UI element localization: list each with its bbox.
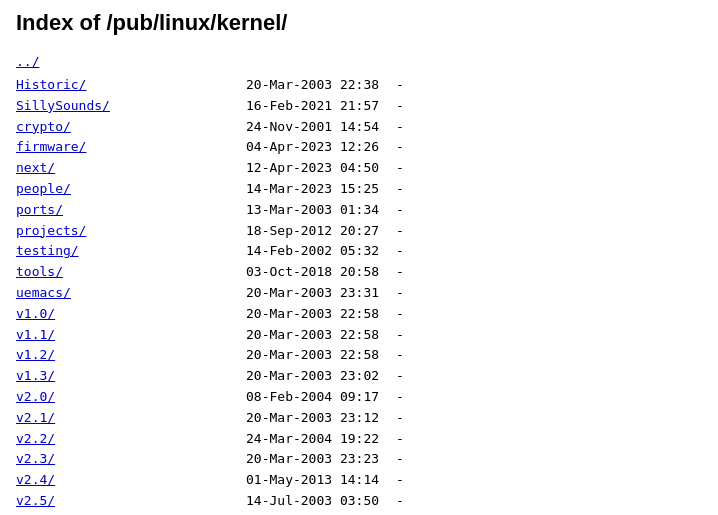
list-item: ports/13-Mar-2003 01:34 - xyxy=(16,200,702,221)
entry-link[interactable]: tools/ xyxy=(16,262,216,283)
entry-size: - xyxy=(396,408,436,429)
entry-link[interactable]: next/ xyxy=(16,158,216,179)
parent-link[interactable]: ../ xyxy=(16,54,39,69)
entry-date: 20-Mar-2003 23:23 xyxy=(236,449,396,470)
entry-date: 18-Sep-2012 20:27 xyxy=(236,221,396,242)
entry-date: 12-Apr-2023 04:50 xyxy=(236,158,396,179)
entry-link[interactable]: testing/ xyxy=(16,241,216,262)
entry-link[interactable]: projects/ xyxy=(16,221,216,242)
entry-date: 03-Oct-2018 20:58 xyxy=(236,262,396,283)
entry-size: - xyxy=(396,179,436,200)
entry-name-col: Historic/ xyxy=(16,75,236,96)
entry-name-col: tools/ xyxy=(16,262,236,283)
entry-name-col: v2.2/ xyxy=(16,429,236,450)
entry-date: 13-Mar-2003 01:34 xyxy=(236,200,396,221)
list-item: projects/18-Sep-2012 20:27 - xyxy=(16,221,702,242)
entry-name-col: crypto/ xyxy=(16,117,236,138)
entry-link[interactable]: v2.1/ xyxy=(16,408,216,429)
entry-link[interactable]: v1.0/ xyxy=(16,304,216,325)
entry-size: - xyxy=(396,96,436,117)
list-item: v1.3/20-Mar-2003 23:02 - xyxy=(16,366,702,387)
entry-date: 20-Mar-2003 22:58 xyxy=(236,325,396,346)
entry-date: 20-Mar-2003 22:58 xyxy=(236,345,396,366)
entries-container: Historic/20-Mar-2003 22:38 -SillySounds/… xyxy=(16,75,702,515)
entry-size: - xyxy=(396,75,436,96)
list-item: crypto/24-Nov-2001 14:54 - xyxy=(16,117,702,138)
list-item: v2.3/20-Mar-2003 23:23 - xyxy=(16,449,702,470)
entry-link[interactable]: v2.5/ xyxy=(16,491,216,512)
entry-name-col: projects/ xyxy=(16,221,236,242)
entry-name-col: SillySounds/ xyxy=(16,96,236,117)
entry-date: 20-Mar-2003 23:12 xyxy=(236,408,396,429)
list-item: v2.5/14-Jul-2003 03:50 - xyxy=(16,491,702,512)
entry-name-col: v1.1/ xyxy=(16,325,236,346)
entry-date: 24-Nov-2001 14:54 xyxy=(236,117,396,138)
entry-link[interactable]: firmware/ xyxy=(16,137,216,158)
list-item: Historic/20-Mar-2003 22:38 - xyxy=(16,75,702,96)
entry-link[interactable]: Historic/ xyxy=(16,75,216,96)
entry-size: - xyxy=(396,221,436,242)
entry-date: 20-Mar-2003 22:58 xyxy=(236,304,396,325)
list-item: v1.0/20-Mar-2003 22:58 - xyxy=(16,304,702,325)
entry-size: - xyxy=(396,117,436,138)
entry-name-col: ports/ xyxy=(16,200,236,221)
entry-size: - xyxy=(396,262,436,283)
entry-size: - xyxy=(396,366,436,387)
entry-size: - xyxy=(396,304,436,325)
list-item: v2.0/08-Feb-2004 09:17 - xyxy=(16,387,702,408)
list-item: v2.2/24-Mar-2004 19:22 - xyxy=(16,429,702,450)
list-item: uemacs/20-Mar-2003 23:31 - xyxy=(16,283,702,304)
list-item: SillySounds/16-Feb-2021 21:57 - xyxy=(16,96,702,117)
entry-size: - xyxy=(396,470,436,491)
entry-size: - xyxy=(396,491,436,512)
entry-size: - xyxy=(396,429,436,450)
entry-date: 08-Feb-2004 09:17 xyxy=(236,387,396,408)
entry-date: 16-Feb-2021 21:57 xyxy=(236,96,396,117)
page-title: Index of /pub/linux/kernel/ xyxy=(16,10,702,36)
entry-link[interactable]: v2.4/ xyxy=(16,470,216,491)
list-item: people/14-Mar-2023 15:25 - xyxy=(16,179,702,200)
list-item: next/12-Apr-2023 04:50 - xyxy=(16,158,702,179)
list-item: firmware/04-Apr-2023 12:26 - xyxy=(16,137,702,158)
parent-link-row[interactable]: ../ xyxy=(16,54,702,69)
entry-name-col: uemacs/ xyxy=(16,283,236,304)
entry-date: 20-Mar-2003 22:38 xyxy=(236,75,396,96)
entry-link[interactable]: uemacs/ xyxy=(16,283,216,304)
entry-size: - xyxy=(396,200,436,221)
list-item: v2.4/01-May-2013 14:14 - xyxy=(16,470,702,491)
entry-date: 24-Mar-2004 19:22 xyxy=(236,429,396,450)
entry-link[interactable]: v2.2/ xyxy=(16,429,216,450)
entry-link[interactable]: ports/ xyxy=(16,200,216,221)
entry-date: 14-Mar-2023 15:25 xyxy=(236,179,396,200)
entry-name-col: v2.1/ xyxy=(16,408,236,429)
entry-name-col: v1.0/ xyxy=(16,304,236,325)
entry-name-col: people/ xyxy=(16,179,236,200)
entry-name-col: next/ xyxy=(16,158,236,179)
entry-link[interactable]: crypto/ xyxy=(16,117,216,138)
entry-link[interactable]: v1.3/ xyxy=(16,366,216,387)
entry-name-col: firmware/ xyxy=(16,137,236,158)
entry-size: - xyxy=(396,137,436,158)
entry-link[interactable]: v2.3/ xyxy=(16,449,216,470)
entry-link[interactable]: v2.0/ xyxy=(16,387,216,408)
entry-name-col: v2.5/ xyxy=(16,491,236,512)
entry-date: 04-Apr-2023 12:26 xyxy=(236,137,396,158)
entry-date: 01-May-2013 14:14 xyxy=(236,470,396,491)
entry-link[interactable]: v1.1/ xyxy=(16,325,216,346)
entry-name-col: testing/ xyxy=(16,241,236,262)
entry-size: - xyxy=(396,283,436,304)
entry-date: 20-Mar-2003 23:31 xyxy=(236,283,396,304)
list-item: v2.1/20-Mar-2003 23:12 - xyxy=(16,408,702,429)
entry-size: - xyxy=(396,158,436,179)
entry-name-col: v2.3/ xyxy=(16,449,236,470)
entry-link[interactable]: people/ xyxy=(16,179,216,200)
entry-name-col: v1.3/ xyxy=(16,366,236,387)
entry-link[interactable]: SillySounds/ xyxy=(16,96,216,117)
entry-link[interactable]: v1.2/ xyxy=(16,345,216,366)
list-item: tools/03-Oct-2018 20:58 - xyxy=(16,262,702,283)
entry-size: - xyxy=(396,345,436,366)
entry-date: 20-Mar-2003 23:02 xyxy=(236,366,396,387)
entry-date: 14-Feb-2002 05:32 xyxy=(236,241,396,262)
list-item: testing/14-Feb-2002 05:32 - xyxy=(16,241,702,262)
entry-name-col: v2.0/ xyxy=(16,387,236,408)
